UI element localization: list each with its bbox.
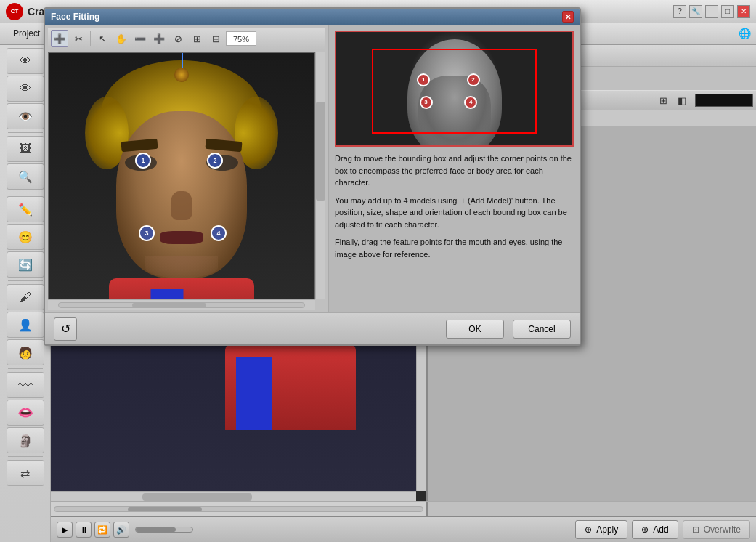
dialog-info-panel: 1 2 3 4 Drag to move the bounding box an… bbox=[328, 25, 580, 312]
sidebar-div1 bbox=[8, 132, 43, 133]
sidebar-div3 bbox=[8, 280, 43, 281]
sidebar-person-btn[interactable]: 👤 bbox=[7, 312, 44, 338]
instruction-3: Finally, drag the feature points for the… bbox=[335, 236, 574, 260]
bounding-box[interactable] bbox=[372, 49, 537, 134]
dlg-pan[interactable]: ✋ bbox=[113, 30, 130, 47]
timeline-area bbox=[51, 501, 756, 516]
sidebar-div4 bbox=[8, 368, 43, 369]
instructions-container: Drag to move the bounding box and adjust… bbox=[335, 153, 574, 307]
dlg-cursor[interactable]: ↖ bbox=[94, 30, 111, 47]
sidebar-head-btn[interactable]: 🗿 bbox=[7, 427, 44, 453]
play-button[interactable]: ▶ bbox=[57, 522, 73, 538]
sidebar-lashes-btn[interactable]: 〰 bbox=[7, 372, 44, 398]
dlg-zoom-out[interactable]: ➖ bbox=[131, 30, 149, 47]
sidebar-div5 bbox=[8, 456, 43, 457]
dlg-add-model[interactable]: ➕ bbox=[51, 30, 68, 47]
action-buttons: ⊕ Apply ⊕ Add ⊡ Overwrite bbox=[575, 520, 750, 539]
apply-icon: ⊕ bbox=[585, 525, 592, 535]
reset-button[interactable]: ↺ bbox=[54, 317, 77, 341]
volume-button[interactable]: 🔊 bbox=[113, 522, 129, 538]
feature-point-4[interactable]: 4 bbox=[211, 225, 227, 241]
timeline-row bbox=[51, 501, 756, 516]
dialog-close-button[interactable]: ✕ bbox=[562, 11, 574, 23]
rt-preview bbox=[695, 94, 753, 107]
sidebar-eye3-btn[interactable]: 👁️ bbox=[7, 103, 44, 129]
sidebar-face-btn[interactable]: 😊 bbox=[7, 224, 44, 250]
rt-view1[interactable]: ⊞ bbox=[654, 92, 672, 109]
overwrite-icon: ⊡ bbox=[692, 525, 699, 535]
dlg-circle[interactable]: ⊘ bbox=[169, 30, 187, 47]
dialog-footer: ↺ OK Cancel bbox=[45, 312, 580, 344]
face-fitting-dialog[interactable]: Face Fitting ✕ ➕ ✂ ↖ ✋ ➖ ➕ ⊘ ⊞ ⊟ bbox=[44, 7, 581, 346]
add-icon: ⊕ bbox=[641, 525, 649, 535]
dlg-scroll-h[interactable] bbox=[48, 299, 315, 310]
render-icon[interactable]: 🌐 bbox=[736, 25, 753, 42]
face-preview: 1 2 3 4 bbox=[335, 31, 574, 147]
instruction-2: You may add up to 4 models using '+ (Add… bbox=[335, 195, 574, 231]
right-timeline bbox=[428, 502, 756, 516]
sidebar-image-btn[interactable]: 🖼 bbox=[7, 136, 44, 162]
ok-button[interactable]: OK bbox=[446, 320, 504, 339]
rt-view2[interactable]: ◧ bbox=[673, 92, 691, 109]
loop-button[interactable]: 🔁 bbox=[94, 522, 110, 538]
feature-point-1[interactable]: 1 bbox=[135, 153, 151, 169]
sidebar-magnify-btn[interactable]: 🔍 bbox=[7, 163, 44, 190]
dlg-fit[interactable]: ⊟ bbox=[207, 30, 224, 47]
face-preview-inner: 1 2 3 4 bbox=[336, 32, 572, 145]
sidebar-arrows-btn[interactable]: ⇄ bbox=[7, 460, 44, 486]
dialog-toolbar: ➕ ✂ ↖ ✋ ➖ ➕ ⊘ ⊞ ⊟ 75% bbox=[48, 28, 325, 49]
feature-point-3[interactable]: 3 bbox=[139, 225, 155, 241]
tools-button[interactable]: 🔧 bbox=[689, 5, 702, 18]
preview-point-2[interactable]: 2 bbox=[467, 73, 480, 86]
preview-point-1[interactable]: 1 bbox=[417, 73, 430, 86]
preview-point-4[interactable]: 4 bbox=[464, 96, 477, 109]
volume-slider[interactable] bbox=[135, 527, 193, 533]
close-button[interactable]: ✕ bbox=[737, 5, 750, 18]
sidebar-eye2-btn[interactable]: 👁 bbox=[7, 76, 44, 102]
app-logo: CT bbox=[6, 3, 23, 20]
dialog-title: Face Fitting bbox=[51, 12, 99, 22]
feature-point-2[interactable]: 2 bbox=[207, 153, 223, 169]
apply-button[interactable]: ⊕ Apply bbox=[575, 520, 627, 539]
dlg-remove-model[interactable]: ✂ bbox=[70, 30, 87, 47]
overwrite-button: ⊡ Overwrite bbox=[683, 520, 750, 539]
maximize-button[interactable]: □ bbox=[721, 5, 734, 18]
dlg-grid[interactable]: ⊞ bbox=[188, 30, 206, 47]
minimize-button[interactable]: — bbox=[705, 5, 718, 18]
help-button[interactable]: ? bbox=[673, 5, 686, 18]
add-button[interactable]: ⊕ Add bbox=[632, 520, 678, 539]
sidebar-edit-btn[interactable]: ✏️ bbox=[7, 196, 44, 222]
dialog-canvas-area: ➕ ✂ ↖ ✋ ➖ ➕ ⊘ ⊞ ⊟ 75% bbox=[45, 25, 328, 312]
dialog-titlebar: Face Fitting ✕ bbox=[45, 9, 580, 25]
preview-point-3[interactable]: 3 bbox=[420, 96, 433, 109]
dialog-canvas-wrapper: 1 2 3 4 bbox=[48, 52, 325, 299]
dlg-zoom-in[interactable]: ➕ bbox=[150, 30, 168, 47]
dlg-scroll-v[interactable] bbox=[315, 52, 325, 299]
cancel-button[interactable]: Cancel bbox=[513, 320, 571, 339]
dialog-canvas[interactable]: 1 2 3 4 bbox=[48, 52, 315, 299]
dlg-sep1 bbox=[90, 31, 91, 46]
sidebar-div2 bbox=[8, 193, 43, 193]
sidebar-person2-btn[interactable]: 🧑 bbox=[7, 339, 44, 365]
titlebar-controls: ? 🔧 — □ ✕ bbox=[673, 5, 750, 18]
left-timeline bbox=[51, 502, 428, 516]
bottom-bar: ▶ ⏸ 🔁 🔊 ⊕ Apply ⊕ Add ⊡ bbox=[51, 516, 756, 542]
pause-button[interactable]: ⏸ bbox=[76, 522, 92, 538]
playback-controls: ▶ ⏸ 🔁 🔊 bbox=[57, 522, 434, 538]
sidebar-brush-btn[interactable]: 🖌 bbox=[7, 284, 44, 310]
sidebar-eye-btn[interactable]: 👁 bbox=[7, 48, 44, 74]
scroll-h-left[interactable] bbox=[51, 491, 416, 501]
sidebar-rotate-btn[interactable]: 🔄 bbox=[7, 251, 44, 278]
instruction-1: Drag to move the bounding box and adjust… bbox=[335, 153, 574, 189]
dialog-body: ➕ ✂ ↖ ✋ ➖ ➕ ⊘ ⊞ ⊟ 75% bbox=[45, 25, 580, 312]
sidebar-lips-btn[interactable]: 👄 bbox=[7, 400, 44, 426]
dlg-zoom-display: 75% bbox=[226, 31, 256, 46]
